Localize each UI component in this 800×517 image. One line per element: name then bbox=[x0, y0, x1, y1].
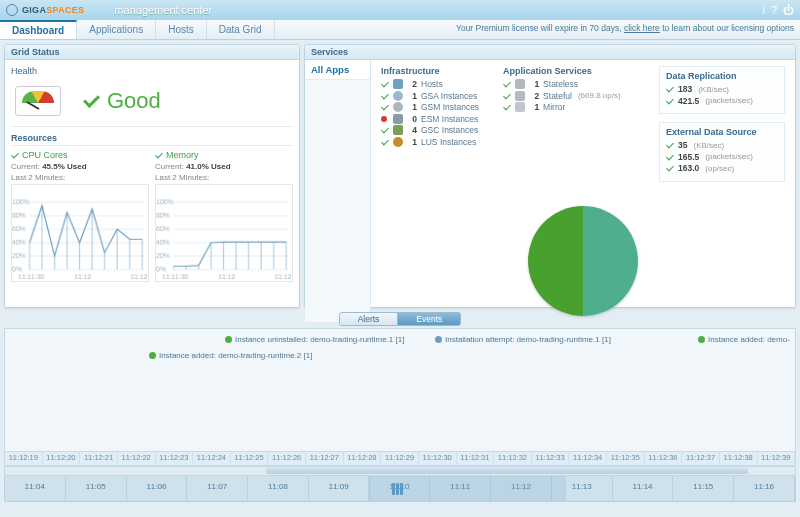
tick-label[interactable]: 11:04 bbox=[5, 476, 66, 501]
metric-value: 163.0 bbox=[678, 163, 699, 173]
cpu-last-label: Last 2 Minutes: bbox=[11, 173, 149, 182]
infra-row: 1LUS Instances bbox=[381, 137, 479, 147]
health-gauge-icon bbox=[15, 86, 61, 116]
check-icon bbox=[381, 92, 389, 100]
event-message[interactable]: Instance added: demo-trading-runtime.2 [… bbox=[149, 351, 312, 360]
replication-title: Data Replication bbox=[666, 71, 778, 81]
main-nav: Dashboard Applications Hosts Data Grid Y… bbox=[0, 20, 800, 40]
infra-count: 4 bbox=[407, 125, 417, 135]
handle-icon[interactable] bbox=[396, 483, 399, 495]
tab-alerts[interactable]: Alerts bbox=[339, 312, 399, 326]
brand-text: GIGASPACES bbox=[22, 5, 84, 15]
app-service-row: 1Stateless bbox=[503, 79, 621, 89]
infra-row: 4GSC Instances bbox=[381, 125, 479, 135]
timeline-minutes-axis[interactable]: 11:0411:0511:0611:0711:0811:0911:1011:11… bbox=[4, 476, 796, 502]
grid-status-panel: Grid Status Health Good Resources CPU Co… bbox=[4, 44, 300, 308]
timeline-handles[interactable] bbox=[392, 476, 403, 501]
metric-unit: (KB/sec) bbox=[693, 141, 724, 150]
memory-chart bbox=[155, 184, 293, 282]
external-title: External Data Source bbox=[666, 127, 778, 137]
health-label: Health bbox=[11, 66, 293, 76]
check-icon bbox=[83, 92, 101, 110]
license-link[interactable]: click here bbox=[624, 23, 660, 33]
infra-label: Hosts bbox=[421, 79, 443, 89]
tick-label: 11:12:19 bbox=[5, 452, 43, 465]
infra-column: Infrastructure 2Hosts1GSA Instances1GSM … bbox=[381, 66, 479, 182]
check-icon bbox=[666, 153, 674, 161]
tick-label[interactable]: 11:07 bbox=[187, 476, 248, 501]
external-data-box: External Data Source 35(KB/sec)165.5(pac… bbox=[659, 122, 785, 182]
memory-card: Memory Current: 41.0% Used Last 2 Minute… bbox=[155, 150, 293, 284]
check-icon bbox=[381, 80, 389, 88]
tick-label: 11:12:34 bbox=[569, 452, 607, 465]
tick-label: 11:12:39 bbox=[758, 452, 796, 465]
logo-icon bbox=[6, 4, 18, 16]
tick-label[interactable]: 11:14 bbox=[613, 476, 674, 501]
check-icon bbox=[666, 141, 674, 149]
events-timeline-area[interactable]: 11:12:1911:12:2011:12:2111:12:2211:12:23… bbox=[4, 328, 796, 466]
metric-value: 165.5 bbox=[678, 152, 699, 162]
health-status: Good bbox=[83, 88, 161, 114]
infra-count: 1 bbox=[407, 91, 417, 101]
pie-chart-wrap bbox=[381, 206, 785, 316]
infra-count: 2 bbox=[407, 79, 417, 89]
license-text-pre: Your Premium license will expire in 70 d… bbox=[456, 23, 624, 33]
event-message[interactable]: Installation attempt: demo-trading-runti… bbox=[435, 335, 611, 344]
event-message[interactable]: Instance uninstalled: demo-trading-runti… bbox=[225, 335, 404, 344]
gear-icon bbox=[393, 102, 403, 112]
metric-unit: (KB/sec) bbox=[698, 85, 729, 94]
cpu-current-label: Current: bbox=[11, 162, 40, 171]
infra-count: 1 bbox=[407, 137, 417, 147]
sidebar-item-all-apps[interactable]: All Apps bbox=[305, 60, 370, 80]
infra-label: LUS Instances bbox=[421, 137, 476, 147]
event-message[interactable]: Instance added: demo- bbox=[698, 335, 790, 344]
infra-row: 2Hosts bbox=[381, 79, 479, 89]
infra-label: GSA Instances bbox=[421, 91, 477, 101]
tick-label[interactable]: 11:08 bbox=[248, 476, 309, 501]
tick-label[interactable]: 11:06 bbox=[127, 476, 188, 501]
app-extra: (669.8 op/s) bbox=[578, 91, 621, 100]
check-icon bbox=[666, 85, 674, 93]
check-icon bbox=[503, 103, 511, 111]
infra-row: 0ESM Instances bbox=[381, 114, 479, 124]
memory-last-label: Last 2 Minutes: bbox=[155, 173, 293, 182]
tick-label[interactable]: 11:09 bbox=[309, 476, 370, 501]
tick-label: 11:12:31 bbox=[457, 452, 495, 465]
brand-a: GIGA bbox=[22, 5, 46, 15]
app-header: GIGASPACES management center i ? ⏻ bbox=[0, 0, 800, 20]
tab-data-grid[interactable]: Data Grid bbox=[207, 20, 275, 39]
infra-label: ESM Instances bbox=[421, 114, 478, 124]
app-count: 2 bbox=[529, 91, 539, 101]
memory-title: Memory bbox=[166, 150, 199, 160]
tick-label[interactable]: 11:05 bbox=[66, 476, 127, 501]
license-text-post: to learn about our licensing options bbox=[660, 23, 794, 33]
app-label: Stateful bbox=[543, 91, 572, 101]
power-icon[interactable]: ⏻ bbox=[783, 4, 794, 16]
app-label: Mirror bbox=[543, 102, 565, 112]
metric-unit: (op/sec) bbox=[705, 164, 734, 173]
tab-applications[interactable]: Applications bbox=[77, 20, 156, 39]
check-icon bbox=[666, 97, 674, 105]
events-scrollbar[interactable] bbox=[4, 466, 796, 476]
health-status-text: Good bbox=[107, 88, 161, 114]
tick-label[interactable]: 11:15 bbox=[673, 476, 734, 501]
metric-row: 35(KB/sec) bbox=[666, 140, 778, 150]
metric-value: 183 bbox=[678, 84, 692, 94]
tab-hosts[interactable]: Hosts bbox=[156, 20, 207, 39]
tick-label: 11:12:22 bbox=[118, 452, 156, 465]
help-icon[interactable]: ? bbox=[771, 4, 777, 16]
services-pie-chart bbox=[528, 206, 638, 316]
info-icon[interactable]: i bbox=[762, 4, 764, 16]
apps-column: Application Services 1Stateless2Stateful… bbox=[503, 66, 621, 182]
tick-label: 11:12:26 bbox=[268, 452, 306, 465]
tab-events[interactable]: Events bbox=[398, 312, 461, 326]
check-icon bbox=[503, 92, 511, 100]
puzzle-icon bbox=[393, 125, 403, 135]
metric-unit: (packets/sec) bbox=[705, 96, 753, 105]
tick-label[interactable]: 11:16 bbox=[734, 476, 795, 501]
tab-dashboard[interactable]: Dashboard bbox=[0, 20, 77, 39]
user-icon bbox=[393, 91, 403, 101]
handle-icon[interactable] bbox=[392, 483, 395, 495]
services-title: Services bbox=[305, 45, 795, 60]
handle-icon[interactable] bbox=[400, 483, 403, 495]
